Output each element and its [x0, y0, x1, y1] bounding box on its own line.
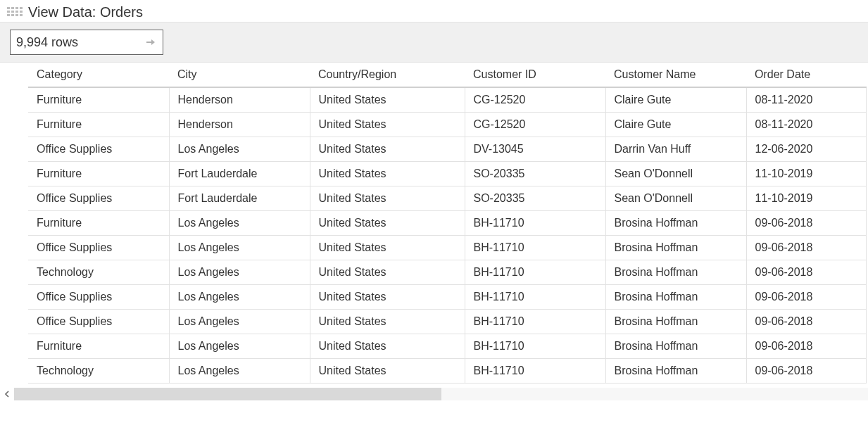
- cell-category[interactable]: Furniture: [28, 211, 169, 236]
- cell-city[interactable]: Los Angeles: [169, 310, 310, 334]
- table-row[interactable]: TechnologyLos AngelesUnited StatesBH-117…: [28, 260, 866, 285]
- cell-country[interactable]: United States: [310, 162, 465, 186]
- cell-country[interactable]: United States: [310, 186, 465, 211]
- cell-order-date[interactable]: 08-11-2020: [746, 113, 866, 137]
- cell-customer-name[interactable]: Brosina Hoffman: [605, 236, 746, 260]
- svg-rect-3: [20, 7, 23, 9]
- view-data-window: View Data: Orders 9,994 rows: [0, 0, 868, 402]
- cell-customer-name[interactable]: Darrin Van Huff: [605, 137, 746, 162]
- cell-category[interactable]: Furniture: [28, 162, 169, 186]
- cell-customer-id[interactable]: BH-11710: [465, 285, 605, 310]
- cell-country[interactable]: United States: [310, 310, 465, 334]
- cell-order-date[interactable]: 09-06-2018: [746, 334, 866, 359]
- cell-category[interactable]: Office Supplies: [28, 137, 169, 162]
- column-header-order-date[interactable]: Order Date: [746, 63, 866, 87]
- cell-country[interactable]: United States: [310, 260, 465, 285]
- cell-customer-name[interactable]: Brosina Hoffman: [605, 260, 746, 285]
- cell-city[interactable]: Los Angeles: [169, 359, 310, 384]
- cell-city[interactable]: Los Angeles: [169, 334, 310, 359]
- table-row[interactable]: Office SuppliesLos AngelesUnited StatesB…: [28, 310, 866, 334]
- cell-country[interactable]: United States: [310, 211, 465, 236]
- cell-country[interactable]: United States: [310, 113, 465, 137]
- cell-customer-id[interactable]: BH-11710: [465, 211, 605, 236]
- table-row[interactable]: TechnologyLos AngelesUnited StatesBH-117…: [28, 359, 866, 384]
- horizontal-scrollbar[interactable]: [0, 386, 868, 402]
- cell-customer-id[interactable]: SO-20335: [465, 162, 605, 186]
- row-count-control[interactable]: 9,994 rows: [10, 30, 163, 55]
- scrollbar-track[interactable]: [14, 388, 868, 400]
- cell-order-date[interactable]: 09-06-2018: [746, 359, 866, 384]
- cell-category[interactable]: Technology: [28, 359, 169, 384]
- table-row[interactable]: FurnitureHendersonUnited StatesCG-12520C…: [28, 113, 866, 137]
- cell-country[interactable]: United States: [310, 137, 465, 162]
- table-row[interactable]: FurnitureFort LauderdaleUnited StatesSO-…: [28, 162, 866, 186]
- table-row[interactable]: Office SuppliesLos AngelesUnited StatesB…: [28, 236, 866, 260]
- cell-country[interactable]: United States: [310, 334, 465, 359]
- cell-customer-name[interactable]: Claire Gute: [605, 113, 746, 137]
- cell-category[interactable]: Office Supplies: [28, 285, 169, 310]
- cell-order-date[interactable]: 08-11-2020: [746, 87, 866, 113]
- column-header-customer-id[interactable]: Customer ID: [465, 63, 605, 87]
- cell-order-date[interactable]: 09-06-2018: [746, 236, 866, 260]
- cell-customer-id[interactable]: BH-11710: [465, 359, 605, 384]
- cell-order-date[interactable]: 09-06-2018: [746, 310, 866, 334]
- table-row[interactable]: FurnitureHendersonUnited StatesCG-12520C…: [28, 87, 866, 113]
- cell-city[interactable]: Los Angeles: [169, 137, 310, 162]
- cell-city[interactable]: Los Angeles: [169, 260, 310, 285]
- cell-customer-name[interactable]: Sean O'Donnell: [605, 162, 746, 186]
- column-header-city[interactable]: City: [169, 63, 310, 87]
- cell-customer-id[interactable]: SO-20335: [465, 186, 605, 211]
- table-row[interactable]: Office SuppliesLos AngelesUnited StatesD…: [28, 137, 866, 162]
- cell-category[interactable]: Technology: [28, 260, 169, 285]
- cell-order-date[interactable]: 09-06-2018: [746, 211, 866, 236]
- cell-category[interactable]: Furniture: [28, 87, 169, 113]
- column-header-category[interactable]: Category: [28, 63, 169, 87]
- table-row[interactable]: FurnitureLos AngelesUnited StatesBH-1171…: [28, 334, 866, 359]
- cell-city[interactable]: Los Angeles: [169, 236, 310, 260]
- scroll-left-button[interactable]: [0, 386, 14, 402]
- table-row[interactable]: Office SuppliesLos AngelesUnited StatesB…: [28, 285, 866, 310]
- cell-city[interactable]: Henderson: [169, 87, 310, 113]
- table-row[interactable]: FurnitureLos AngelesUnited StatesBH-1171…: [28, 211, 866, 236]
- cell-customer-name[interactable]: Brosina Hoffman: [605, 211, 746, 236]
- cell-city[interactable]: Los Angeles: [169, 285, 310, 310]
- cell-category[interactable]: Furniture: [28, 113, 169, 137]
- cell-order-date[interactable]: 11-10-2019: [746, 162, 866, 186]
- cell-customer-id[interactable]: BH-11710: [465, 236, 605, 260]
- cell-customer-id[interactable]: CG-12520: [465, 113, 605, 137]
- cell-country[interactable]: United States: [310, 285, 465, 310]
- cell-order-date[interactable]: 09-06-2018: [746, 285, 866, 310]
- cell-city[interactable]: Fort Lauderdale: [169, 186, 310, 211]
- table-row[interactable]: Office SuppliesFort LauderdaleUnited Sta…: [28, 186, 866, 211]
- column-header-customer-name[interactable]: Customer Name: [605, 63, 746, 87]
- cell-order-date[interactable]: 09-06-2018: [746, 260, 866, 285]
- cell-customer-name[interactable]: Claire Gute: [605, 87, 746, 113]
- cell-country[interactable]: United States: [310, 359, 465, 384]
- cell-customer-id[interactable]: BH-11710: [465, 334, 605, 359]
- cell-customer-id[interactable]: BH-11710: [465, 310, 605, 334]
- cell-customer-id[interactable]: BH-11710: [465, 260, 605, 285]
- cell-order-date[interactable]: 12-06-2020: [746, 137, 866, 162]
- cell-order-date[interactable]: 11-10-2019: [746, 186, 866, 211]
- column-header-country[interactable]: Country/Region: [310, 63, 465, 87]
- cell-category[interactable]: Office Supplies: [28, 236, 169, 260]
- svg-rect-7: [20, 11, 23, 13]
- cell-customer-name[interactable]: Sean O'Donnell: [605, 186, 746, 211]
- cell-country[interactable]: United States: [310, 236, 465, 260]
- cell-country[interactable]: United States: [310, 87, 465, 113]
- cell-category[interactable]: Furniture: [28, 334, 169, 359]
- data-table[interactable]: Category City Country/Region Customer ID…: [28, 63, 867, 384]
- cell-customer-name[interactable]: Brosina Hoffman: [605, 310, 746, 334]
- cell-customer-name[interactable]: Brosina Hoffman: [605, 359, 746, 384]
- svg-rect-1: [11, 7, 14, 9]
- cell-customer-name[interactable]: Brosina Hoffman: [605, 285, 746, 310]
- cell-city[interactable]: Henderson: [169, 113, 310, 137]
- cell-city[interactable]: Fort Lauderdale: [169, 162, 310, 186]
- cell-customer-name[interactable]: Brosina Hoffman: [605, 334, 746, 359]
- cell-category[interactable]: Office Supplies: [28, 186, 169, 211]
- cell-customer-id[interactable]: DV-13045: [465, 137, 605, 162]
- cell-category[interactable]: Office Supplies: [28, 310, 169, 334]
- cell-customer-id[interactable]: CG-12520: [465, 87, 605, 113]
- scrollbar-thumb[interactable]: [14, 388, 441, 400]
- cell-city[interactable]: Los Angeles: [169, 211, 310, 236]
